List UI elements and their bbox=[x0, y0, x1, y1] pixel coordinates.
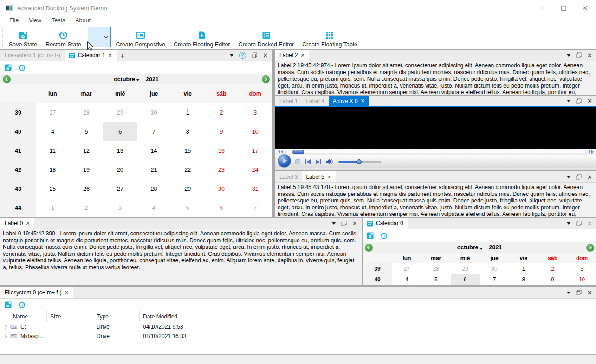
minimize-icon[interactable] bbox=[531, 0, 553, 15]
day-cell-20[interactable]: 20 bbox=[103, 160, 137, 179]
day-cell-10[interactable]: 10 bbox=[238, 122, 272, 141]
day-cell-29[interactable]: 29 bbox=[451, 263, 480, 274]
menu-view[interactable]: View bbox=[24, 17, 46, 24]
day-cell-27[interactable]: 27 bbox=[103, 179, 137, 198]
restore-history-icon[interactable] bbox=[18, 64, 26, 72]
dock-close-icon[interactable]: ✕ bbox=[587, 174, 592, 181]
day-cell-9[interactable]: 9 bbox=[538, 274, 567, 286]
column-date-modified[interactable]: Date Modified bbox=[140, 311, 596, 322]
menu-about[interactable]: About bbox=[70, 17, 96, 24]
day-cell-5[interactable]: 5 bbox=[171, 198, 205, 217]
restore-history-icon[interactable] bbox=[380, 232, 388, 240]
undock-icon[interactable] bbox=[576, 221, 582, 226]
day-cell-30[interactable]: 30 bbox=[205, 179, 239, 198]
save-icon[interactable] bbox=[5, 301, 12, 308]
day-cell-1[interactable]: 1 bbox=[509, 263, 538, 274]
day-cell-12[interactable]: 12 bbox=[70, 141, 104, 160]
add-tab-button[interactable]: + bbox=[117, 50, 129, 61]
seek-thumb[interactable] bbox=[292, 150, 304, 154]
save-state-button[interactable]: Save State bbox=[5, 26, 41, 48]
month-button[interactable]: octubre bbox=[457, 244, 483, 251]
day-cell-28[interactable]: 28 bbox=[70, 103, 104, 122]
day-cell-2[interactable]: 2 bbox=[205, 103, 239, 122]
dock-close-icon[interactable]: ✕ bbox=[587, 220, 592, 227]
day-cell-21[interactable]: 21 bbox=[137, 160, 171, 179]
day-cell-14[interactable]: 14 bbox=[137, 141, 171, 160]
day-cell-5[interactable]: 5 bbox=[70, 122, 104, 141]
tree-row[interactable]: Midaspl...Drive01/10/2021 16:33 bbox=[0, 332, 596, 341]
next-month-button[interactable] bbox=[586, 244, 594, 252]
day-cell-11[interactable]: 11 bbox=[36, 141, 70, 160]
day-cell-23[interactable]: 23 bbox=[205, 160, 239, 179]
tab-filesystem-0-c-m-f[interactable]: Filesystem 0 (c+ m+ f-)✕ bbox=[0, 287, 73, 298]
day-cell-4[interactable]: 4 bbox=[392, 274, 421, 286]
volume-icon[interactable] bbox=[326, 158, 334, 165]
stop-button[interactable] bbox=[295, 159, 300, 164]
day-cell-2[interactable]: 2 bbox=[70, 198, 104, 217]
create-floating-editor-button[interactable]: Create Floating Editor bbox=[169, 26, 234, 48]
day-cell-17[interactable]: 17 bbox=[238, 141, 272, 160]
day-cell-28[interactable]: 28 bbox=[421, 263, 451, 274]
tabs-menu-icon[interactable] bbox=[332, 222, 336, 225]
day-cell-6[interactable]: 6 bbox=[103, 122, 137, 141]
day-cell-6[interactable]: 6 bbox=[451, 274, 480, 286]
seek-track[interactable] bbox=[285, 151, 586, 153]
day-cell-7[interactable]: 7 bbox=[480, 274, 509, 286]
tab-active-x-0[interactable]: Active X 0✕ bbox=[329, 96, 369, 106]
dock-close-icon[interactable]: ✕ bbox=[352, 220, 357, 227]
tab-close-icon[interactable]: ✕ bbox=[361, 98, 365, 104]
tab-label-3[interactable]: Label 3 bbox=[275, 171, 302, 182]
tab-close-icon[interactable]: ✕ bbox=[327, 174, 331, 180]
create-floating-table-button[interactable]: Create Floating Table bbox=[298, 26, 362, 48]
day-cell-7[interactable]: 7 bbox=[238, 198, 272, 217]
tab-close-icon[interactable]: ✕ bbox=[108, 52, 112, 58]
column-name[interactable]: Name bbox=[0, 311, 47, 322]
close-icon[interactable] bbox=[574, 0, 596, 15]
day-cell-30[interactable]: 30 bbox=[480, 263, 509, 274]
tab-label-2[interactable]: Label 2✕ bbox=[275, 50, 309, 61]
day-cell-27[interactable]: 27 bbox=[392, 263, 421, 274]
day-cell-3[interactable]: 3 bbox=[238, 103, 272, 122]
month-button[interactable]: octubre bbox=[114, 76, 139, 83]
day-cell-6[interactable]: 6 bbox=[205, 198, 239, 217]
day-cell-16[interactable]: 16 bbox=[205, 141, 239, 160]
day-cell-29[interactable]: 29 bbox=[103, 103, 137, 122]
day-cell-29[interactable]: 29 bbox=[171, 179, 205, 198]
day-cell-3[interactable]: 3 bbox=[567, 263, 596, 274]
restore-history-icon[interactable] bbox=[18, 301, 26, 309]
dock-close-icon[interactable]: ✕ bbox=[263, 52, 268, 59]
tabs-menu-icon[interactable] bbox=[567, 100, 570, 102]
tabs-menu-icon[interactable] bbox=[230, 54, 233, 57]
undock-icon[interactable] bbox=[576, 174, 582, 180]
next-button[interactable] bbox=[315, 159, 322, 164]
volume-slider[interactable] bbox=[338, 161, 381, 162]
undock-icon[interactable] bbox=[576, 52, 582, 58]
tab-label-4[interactable]: Label 4 bbox=[302, 96, 328, 106]
day-cell-7[interactable]: 7 bbox=[137, 122, 171, 141]
tree-row[interactable]: C:Drive04/10/2021 9:53 bbox=[0, 322, 596, 332]
tab-label-5[interactable]: Label 5✕ bbox=[302, 171, 336, 182]
maximize-icon[interactable] bbox=[553, 0, 574, 15]
undock-icon[interactable] bbox=[341, 221, 347, 226]
prev-month-button[interactable] bbox=[3, 75, 11, 83]
tab-close-icon[interactable]: ✕ bbox=[300, 52, 304, 58]
dock-close-icon[interactable]: ✕ bbox=[587, 52, 592, 59]
undock-icon[interactable] bbox=[252, 52, 257, 58]
day-cell-26[interactable]: 26 bbox=[70, 179, 104, 198]
tabs-menu-icon[interactable] bbox=[567, 54, 570, 57]
day-cell-8[interactable]: 8 bbox=[509, 274, 538, 286]
tabs-menu-icon[interactable] bbox=[567, 292, 570, 294]
expand-chevron-icon[interactable] bbox=[4, 334, 7, 338]
dock-close-icon[interactable]: ✕ bbox=[587, 289, 592, 296]
menu-file[interactable]: File bbox=[4, 17, 24, 24]
tabs-menu-icon[interactable] bbox=[567, 176, 570, 178]
tab-calendar-1[interactable]: Calendar 1✕ bbox=[65, 50, 117, 61]
column-type[interactable]: Type bbox=[93, 311, 140, 322]
tab-label-0[interactable]: Label 0✕ bbox=[0, 218, 34, 229]
tab-filesystem-1-c-m-f[interactable]: Filesystem 1 (c+ m- f-) bbox=[0, 50, 65, 61]
day-cell-4[interactable]: 4 bbox=[36, 122, 70, 141]
save-icon[interactable] bbox=[367, 232, 374, 239]
day-cell-24[interactable]: 24 bbox=[238, 160, 272, 179]
day-cell-27[interactable]: 27 bbox=[36, 103, 70, 122]
next-month-button[interactable] bbox=[262, 75, 270, 83]
